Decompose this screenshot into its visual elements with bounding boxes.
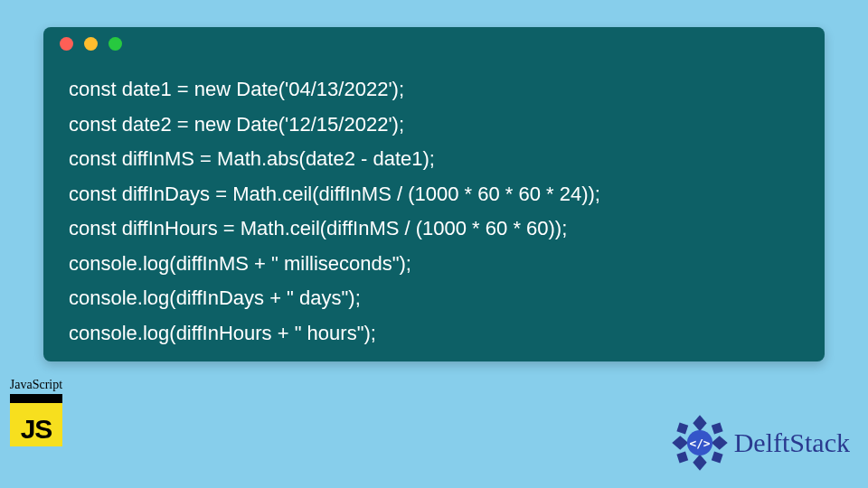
- brand-name: DelftStack: [734, 427, 850, 458]
- brand-logo-icon: </>: [671, 414, 729, 472]
- brand: </> DelftStack: [671, 414, 850, 472]
- javascript-label: JavaScript: [0, 378, 72, 392]
- close-icon: [60, 37, 73, 51]
- svg-marker-5: [712, 423, 723, 435]
- javascript-logo-text: JS: [10, 414, 62, 445]
- javascript-logo-icon: JS: [10, 394, 62, 446]
- svg-marker-6: [676, 452, 688, 464]
- svg-marker-7: [712, 452, 723, 464]
- window-titlebar: [43, 27, 825, 60]
- code-line: console.log(diffInMS + " milliseconds");: [69, 252, 411, 275]
- svg-marker-0: [693, 415, 706, 431]
- code-line: const diffInHours = Math.ceil(diffInMS /…: [69, 217, 567, 239]
- code-line: const diffInMS = Math.abs(date2 - date1)…: [69, 147, 435, 170]
- code-line: console.log(diffInHours + " hours");: [69, 322, 376, 344]
- svg-marker-4: [676, 423, 688, 435]
- code-line: console.log(diffInDays + " days");: [69, 286, 361, 309]
- svg-marker-2: [672, 436, 688, 449]
- minimize-icon: [84, 37, 98, 51]
- svg-marker-3: [712, 436, 728, 449]
- code-line: const diffInDays = Math.ceil(diffInMS / …: [69, 183, 600, 205]
- maximize-icon: [108, 37, 122, 51]
- code-window: const date1 = new Date('04/13/2022'); co…: [43, 27, 825, 361]
- code-line: const date2 = new Date('12/15/2022');: [69, 113, 404, 136]
- code-body: const date1 = new Date('04/13/2022'); co…: [43, 60, 825, 369]
- svg-marker-1: [693, 455, 706, 471]
- code-line: const date1 = new Date('04/13/2022');: [69, 78, 404, 100]
- svg-text:</>: </>: [689, 436, 710, 450]
- javascript-badge: JavaScript JS: [0, 378, 72, 446]
